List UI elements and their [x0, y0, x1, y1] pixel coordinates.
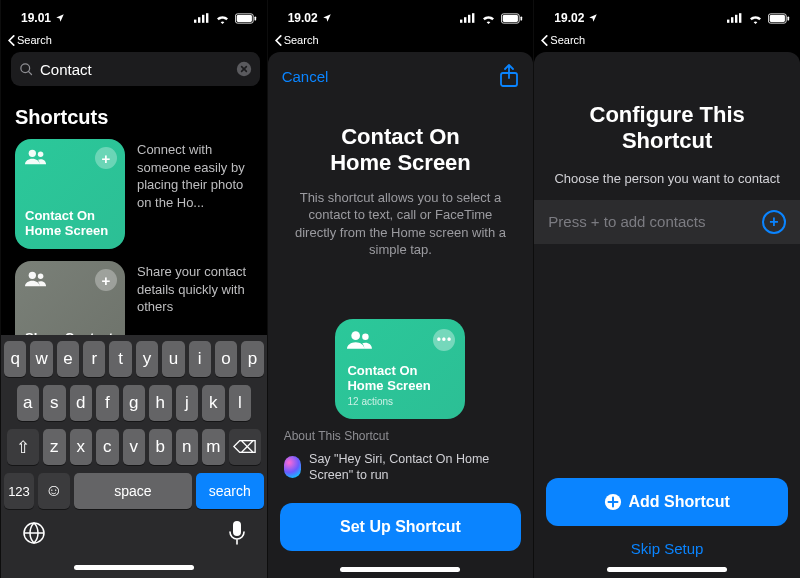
key-s[interactable]: s	[43, 385, 66, 421]
svg-rect-3	[206, 13, 208, 23]
skip-setup-link[interactable]: Skip Setup	[534, 538, 800, 563]
svg-rect-28	[739, 13, 741, 23]
keyboard[interactable]: qwertyuiop asdfghjkl ⇧zxcvbnm⌫ 123 ☺ spa…	[1, 335, 267, 578]
key-w[interactable]: w	[30, 341, 52, 377]
share-icon[interactable]	[499, 64, 519, 88]
key-m[interactable]: m	[202, 429, 225, 465]
svg-rect-18	[472, 13, 474, 23]
key-j[interactable]: j	[176, 385, 199, 421]
back-to-search[interactable]: Search	[268, 30, 534, 46]
globe-icon[interactable]	[22, 521, 46, 545]
chevron-left-icon	[7, 35, 15, 46]
svg-rect-30	[770, 15, 785, 22]
home-indicator[interactable]	[74, 565, 194, 570]
battery-icon	[768, 13, 790, 24]
svg-point-12	[38, 274, 44, 280]
wifi-icon	[481, 13, 496, 24]
signal-icon	[194, 13, 210, 23]
key-o[interactable]: o	[215, 341, 237, 377]
home-indicator[interactable]	[340, 567, 460, 572]
key-a[interactable]: a	[17, 385, 40, 421]
key-t[interactable]: t	[109, 341, 131, 377]
location-icon	[588, 13, 598, 23]
tile-contact-home[interactable]: + Contact On Home Screen	[15, 139, 125, 249]
back-to-search[interactable]: Search	[1, 30, 267, 46]
status-time: 19.01	[21, 11, 51, 25]
add-shortcut-button[interactable]: Add Shortcut	[546, 478, 788, 526]
key-shift[interactable]: ⇧	[7, 429, 39, 465]
search-input[interactable]	[40, 61, 230, 78]
status-bar: 19.02	[268, 6, 534, 30]
key-u[interactable]: u	[162, 341, 184, 377]
svg-rect-6	[254, 16, 256, 20]
home-indicator[interactable]	[607, 567, 727, 572]
key-y[interactable]: y	[136, 341, 158, 377]
modal: Cancel Contact On Home Screen This short…	[268, 52, 534, 578]
svg-point-11	[29, 272, 36, 279]
setup-button[interactable]: Set Up Shortcut	[280, 503, 522, 551]
key-emoji[interactable]: ☺	[38, 473, 70, 509]
svg-point-10	[38, 152, 44, 158]
result-desc-2: Share your contact details quickly with …	[137, 261, 253, 316]
clear-icon[interactable]	[236, 61, 252, 77]
siri-icon	[284, 456, 301, 478]
svg-rect-17	[468, 15, 470, 23]
mic-icon[interactable]	[228, 521, 246, 545]
svg-rect-31	[787, 16, 789, 20]
battery-icon	[501, 13, 523, 24]
siri-row: Say "Hey Siri, Contact On Home Screen" t…	[268, 443, 534, 496]
modal-subtitle: Choose the person you want to contact	[534, 163, 800, 186]
key-b[interactable]: b	[149, 429, 172, 465]
key-c[interactable]: c	[96, 429, 119, 465]
key-e[interactable]: e	[57, 341, 79, 377]
key-h[interactable]: h	[149, 385, 172, 421]
key-z[interactable]: z	[43, 429, 66, 465]
plus-icon	[604, 493, 622, 511]
svg-rect-5	[236, 15, 251, 22]
svg-rect-21	[521, 16, 523, 20]
people-icon	[25, 149, 115, 170]
wifi-icon	[215, 13, 230, 24]
svg-rect-27	[735, 15, 737, 23]
svg-rect-25	[727, 20, 729, 23]
back-to-search[interactable]: Search	[534, 30, 800, 46]
key-f[interactable]: f	[96, 385, 119, 421]
tile-label: Contact On Home Screen	[25, 209, 115, 239]
siri-text: Say "Hey Siri, Contact On Home Screen" t…	[309, 451, 517, 484]
add-shortcut-label: Add Shortcut	[628, 493, 729, 511]
key-g[interactable]: g	[123, 385, 146, 421]
key-i[interactable]: i	[189, 341, 211, 377]
key-d[interactable]: d	[70, 385, 93, 421]
chevron-left-icon	[540, 35, 548, 46]
result-desc-1: Connect with someone easily by placing t…	[137, 139, 253, 211]
svg-point-23	[352, 331, 361, 340]
key-q[interactable]: q	[4, 341, 26, 377]
key-v[interactable]: v	[123, 429, 146, 465]
status-bar: 19.01	[1, 6, 267, 30]
screen-search: 19.01 Search Cancel Shortcuts + Contact …	[0, 0, 267, 578]
signal-icon	[460, 13, 476, 23]
result-row-1: + Contact On Home Screen Connect with so…	[1, 139, 267, 261]
key-space[interactable]: space	[74, 473, 192, 509]
cancel-button[interactable]: Cancel	[282, 68, 329, 85]
key-backspace[interactable]: ⌫	[229, 429, 261, 465]
key-l[interactable]: l	[229, 385, 252, 421]
svg-rect-16	[464, 17, 466, 23]
key-r[interactable]: r	[83, 341, 105, 377]
tile-label: Contact On Home Screen	[347, 363, 453, 394]
modal-desc: This shortcut allows you to select a con…	[268, 185, 534, 259]
key-123[interactable]: 123	[4, 473, 34, 509]
about-label: About This Shortcut	[268, 429, 534, 443]
svg-rect-14	[233, 521, 241, 536]
add-contacts-field[interactable]: Press + to add contacts +	[534, 200, 800, 244]
plus-icon[interactable]: +	[762, 210, 786, 234]
key-x[interactable]: x	[70, 429, 93, 465]
field-placeholder: Press + to add contacts	[548, 213, 705, 230]
key-search[interactable]: search	[196, 473, 264, 509]
search-bar[interactable]	[11, 52, 260, 86]
key-k[interactable]: k	[202, 385, 225, 421]
svg-point-9	[29, 150, 36, 157]
key-n[interactable]: n	[176, 429, 199, 465]
key-p[interactable]: p	[241, 341, 263, 377]
shortcut-preview-tile[interactable]: ••• Contact On Home Screen 12 actions	[335, 319, 465, 419]
